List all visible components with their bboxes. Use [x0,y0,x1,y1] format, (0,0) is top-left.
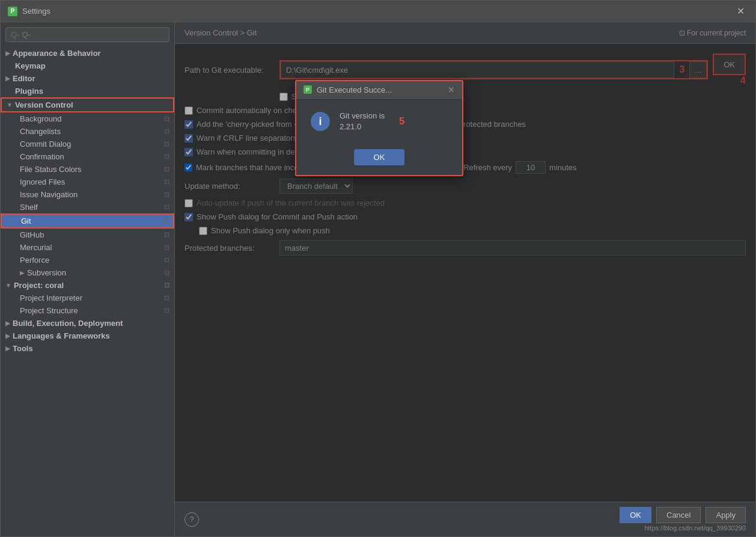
expand-arrow-icon: ▶ [5,75,10,82]
sidebar-item-file-status-colors[interactable]: File Status Colors ⊡ [1,163,174,176]
sidebar-item-perforce[interactable]: Perforce ⊡ [1,254,174,266]
dialog-title: Git Executed Succe... [317,85,443,94]
sidebar-item-tools[interactable]: ▶ Tools [1,342,174,355]
ok-button[interactable]: OK [620,507,651,523]
sidebar-item-shelf[interactable]: Shelf ⊡ [1,201,174,213]
sidebar-item-commit-dialog[interactable]: Commit Dialog ⊡ [1,138,174,150]
sidebar-item-keymap[interactable]: Keymap [1,60,174,72]
page-icon: ⊡ [164,231,169,239]
number-label-5: 5 [399,116,404,127]
panel-body: Path to Git executable: 3 ... OK 4 Set t… [175,44,755,502]
bottom-bar: ? OK Cancel Apply https://blog.csdn.net/… [175,502,755,536]
dialog-ok-button[interactable]: OK [354,149,405,165]
panel-header: Version Control > Git ⊡ For current proj… [175,22,755,44]
page-icon: ⊡ [164,256,169,264]
expand-arrow-icon: ▼ [7,102,13,108]
sidebar-item-appearance[interactable]: ▶ Appearance & Behavior [1,47,174,60]
nav-tree: ▶ Appearance & Behavior Keymap ▶ Editor … [1,47,174,536]
expand-arrow-icon: ▶ [20,269,25,276]
sidebar: Q- ▶ Appearance & Behavior Keymap ▶ Edit… [1,22,175,536]
sidebar-item-ignored-files[interactable]: Ignored Files ⊡ [1,176,174,188]
sidebar-item-label: Editor [13,74,35,83]
sidebar-item-project-coral[interactable]: ▼ Project: coral ⊡ [1,279,174,292]
sidebar-item-label: Build, Execution, Deployment [13,319,123,328]
expand-arrow-icon: ▶ [5,320,10,327]
dialog-message: Git version is 2.21.0 [340,111,385,132]
page-icon: ⊡ [164,244,169,251]
page-icon: ⊡ [164,294,169,302]
sidebar-item-git[interactable]: Git ⊡ 2 [1,213,174,229]
search-box[interactable]: Q- [5,27,169,42]
git-success-dialog: P Git Executed Succe... ✕ i Git version … [295,80,463,176]
apply-button[interactable]: Apply [706,507,746,523]
sidebar-item-label: Appearance & Behavior [13,49,101,58]
sidebar-item-label: Changelists [20,127,61,136]
app-icon: P [8,7,17,16]
close-button[interactable]: ✕ [733,4,748,18]
sidebar-item-editor[interactable]: ▶ Editor [1,72,174,85]
breadcrumb-separator: > [240,28,247,37]
dialog-message-line1: Git version is [340,111,385,120]
cancel-button[interactable]: Cancel [656,507,701,523]
page-icon: ⊡ [164,307,169,315]
page-icon: ⊡ [164,115,169,123]
expand-arrow-icon: ▶ [5,50,10,57]
sidebar-item-issue-navigation[interactable]: Issue Navigation ⊡ [1,188,174,201]
right-panel: Version Control > Git ⊡ For current proj… [175,22,755,536]
sidebar-item-label: Issue Navigation [20,190,78,199]
sidebar-item-mercurial[interactable]: Mercurial ⊡ [1,241,174,254]
page-icon: ⊡ [164,140,169,148]
sidebar-item-label: Tools [13,344,33,353]
dialog-close-button[interactable]: ✕ [448,85,455,94]
breadcrumb: Version Control > Git [184,28,257,37]
sidebar-item-label: File Status Colors [20,165,82,174]
page-icon: ⊡ [164,281,169,289]
for-current-project: ⊡ For current project [679,29,746,37]
sidebar-item-label: Shelf [20,203,38,212]
dialog-app-icon: P [303,85,312,94]
sidebar-item-version-control[interactable]: ▼ Version Control 1 [1,97,174,112]
page-icon: ⊡ [164,165,169,173]
sidebar-item-background[interactable]: Background ⊡ [1,112,174,125]
page-icon: ⊡ [164,178,169,186]
breadcrumb-part2: Git [247,28,257,37]
settings-window: P Settings ✕ Q- ▶ Appearance & Behavior … [0,0,756,537]
window-title: Settings [22,7,733,16]
search-icon: Q- [11,30,19,39]
sidebar-item-label: Ignored Files [20,177,65,186]
page-icon: ⊡ [164,153,169,161]
sidebar-item-label: Version Control [15,100,73,109]
sidebar-item-confirmation[interactable]: Confirmation ⊡ [1,150,174,163]
sidebar-item-label: Commit Dialog [20,140,71,149]
search-input[interactable] [22,30,164,39]
sidebar-item-subversion[interactable]: ▶ Subversion ⊡ [1,266,174,279]
sidebar-item-plugins[interactable]: Plugins [1,85,174,97]
sidebar-item-label: Project: coral [14,281,64,290]
expand-arrow-icon: ▼ [5,282,11,289]
dialog-message-line2: 2.21.0 [340,122,361,131]
info-icon: i [311,112,330,131]
sidebar-item-github[interactable]: GitHub ⊡ [1,229,174,241]
dialog-footer: OK [296,144,462,175]
sidebar-item-label: Plugins [15,87,43,96]
sidebar-item-project-structure[interactable]: Project Structure ⊡ [1,304,174,317]
sidebar-item-label: Background [20,114,61,123]
sidebar-item-changelists[interactable]: Changelists ⊡ [1,125,174,138]
page-icon: ⊡ [164,269,169,277]
dialog-title-bar: P Git Executed Succe... ✕ [296,81,462,99]
sidebar-item-project-interpreter[interactable]: Project Interpreter ⊡ [1,292,174,304]
csdn-link: https://blog.csdn.net/qq_39930290 [644,524,746,532]
sidebar-item-languages-frameworks[interactable]: ▶ Languages & Frameworks [1,330,174,342]
sidebar-item-label: Perforce [20,256,49,265]
dialog-overlay: P Git Executed Succe... ✕ i Git version … [175,44,755,502]
sidebar-item-label: Subversion [27,268,66,277]
title-bar: P Settings ✕ [1,1,755,22]
sidebar-item-build-execution[interactable]: ▶ Build, Execution, Deployment [1,317,174,330]
expand-arrow-icon: ▶ [5,333,10,339]
page-icon: ⊡ [164,191,169,198]
help-button[interactable]: ? [184,512,199,527]
page-icon: ⊡ [163,217,168,225]
sidebar-item-label: GitHub [20,230,44,239]
page-icon: ⊡ [164,203,169,211]
sidebar-item-label: Project Structure [20,306,78,315]
